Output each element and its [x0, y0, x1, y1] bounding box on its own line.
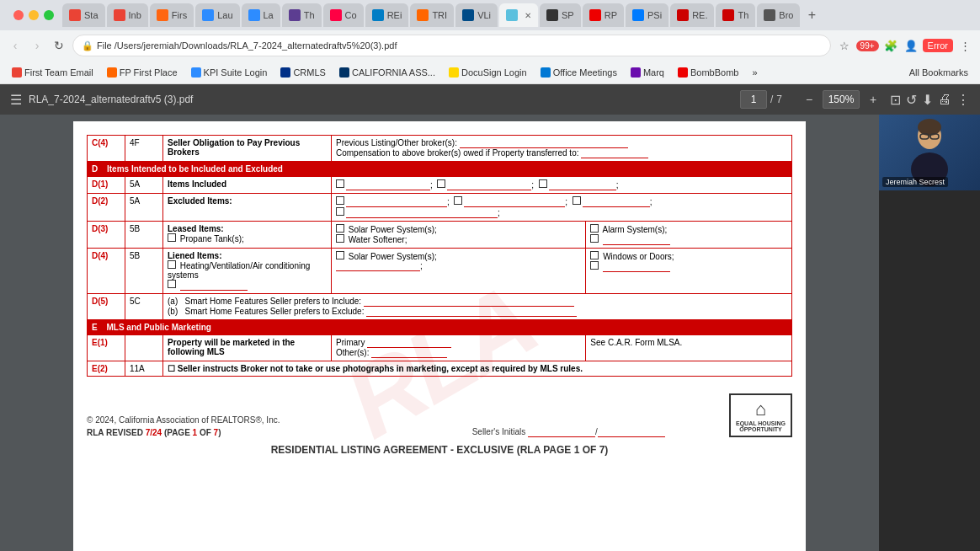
bookmark-favicon [678, 67, 688, 78]
tab-label: TRI [432, 10, 447, 20]
row-content-e2: ☐ Seller instructs Broker not to take or… [163, 361, 792, 377]
pdf-zoom-in-button[interactable]: + [863, 89, 883, 110]
menu-icon[interactable]: ⋮ [956, 37, 973, 54]
tab-favicon [722, 9, 734, 21]
checkbox[interactable] [336, 207, 344, 216]
back-button[interactable]: ‹ [7, 37, 24, 54]
bookmark-icon[interactable]: ☆ [836, 37, 853, 54]
row-content-d4-right: Windows or Doors; [586, 249, 792, 294]
tab-label: Co [345, 10, 357, 20]
tab-favicon [330, 9, 342, 21]
pdf-print-icon[interactable]: 🖨 [938, 92, 951, 107]
initials-line1[interactable] [528, 427, 595, 437]
checkbox[interactable] [336, 179, 344, 188]
tab-label: REi [387, 10, 402, 20]
forward-button[interactable]: › [29, 37, 45, 54]
bookmark-kpi[interactable]: KPI Suite Login [186, 66, 273, 79]
tab-bro[interactable]: Bro [757, 3, 800, 27]
tab-re[interactable]: RE. [670, 3, 714, 27]
pdf-page-separator: / [770, 94, 773, 105]
initials-line2[interactable] [598, 427, 665, 437]
tab-rei[interactable]: REi [365, 3, 409, 27]
row-ref-d5: 5C [125, 294, 163, 320]
tab-inbox[interactable]: Inb [107, 3, 148, 27]
bookmark-more[interactable]: » [747, 66, 762, 79]
checkbox[interactable] [168, 260, 176, 269]
bookmark-docusign[interactable]: DocuSign Login [444, 66, 532, 79]
tab-tri[interactable]: TRI [410, 3, 454, 27]
checkbox[interactable] [539, 179, 547, 188]
row-content-d3-mid: Solar Power System(s); Water Softener; [332, 222, 586, 249]
row-id-d3: D(3) [88, 222, 125, 249]
row-ref-d2: 5A [125, 194, 163, 222]
bookmark-marq[interactable]: Marq [626, 66, 669, 79]
bookmark-label: All Bookmarks [909, 67, 968, 78]
pdf-page-nav: / 7 [740, 90, 782, 109]
bookmark-first-team-email[interactable]: First Team Email [7, 66, 99, 79]
reload-button[interactable]: ↻ [51, 37, 67, 54]
tab-psi[interactable]: PSi [626, 3, 668, 27]
checkbox[interactable] [437, 179, 445, 188]
pdf-more-icon[interactable]: ⋮ [956, 92, 970, 108]
tab-rp[interactable]: RP [583, 3, 624, 27]
tab-zoom1[interactable]: Lau [195, 3, 239, 27]
close-button[interactable] [13, 10, 24, 20]
tab-close-icon[interactable]: ✕ [525, 11, 531, 20]
checkbox[interactable] [336, 234, 344, 243]
pdf-fit-page-icon[interactable]: ⊡ [890, 92, 901, 108]
notification-badge[interactable]: 99+ [856, 40, 879, 51]
bookmark-office-meetings[interactable]: Office Meetings [535, 66, 622, 79]
pdf-zoom-input[interactable] [823, 90, 860, 109]
tab-vli[interactable]: VLi [455, 3, 498, 27]
bookmark-crmls[interactable]: CRMLS [275, 66, 331, 79]
minimize-button[interactable] [29, 10, 39, 20]
checkbox[interactable] [590, 224, 599, 233]
tab-thehive[interactable]: Th [282, 3, 322, 27]
checkbox[interactable] [590, 234, 599, 243]
tab-th[interactable]: Th [716, 3, 755, 27]
pdf-menu-icon[interactable]: ☰ [10, 92, 22, 108]
pdf-title: RLA_7-2024_alternatedraftv5 (3).pdf [29, 94, 733, 105]
tab-first[interactable]: Firs [150, 3, 194, 27]
checkbox[interactable] [590, 261, 599, 270]
profile-icon[interactable]: 👤 [903, 37, 919, 54]
checkbox[interactable] [168, 233, 176, 242]
maximize-button[interactable] [44, 10, 54, 20]
bookmark-bombbomb[interactable]: BombBomb [673, 66, 743, 79]
address-bar[interactable]: 🔒 File /Users/jeremiah/Downloads/RLA_7-2… [72, 35, 831, 56]
checkbox[interactable] [336, 196, 344, 205]
checkbox[interactable] [336, 251, 344, 259]
row-label-c4: Seller Obligation to Pay Previous Broker… [163, 136, 332, 162]
extension-icon[interactable]: 🧩 [882, 37, 899, 54]
checkbox[interactable] [168, 280, 176, 288]
row-id-d1: D(1) [88, 177, 125, 194]
row-content-e1-mid: Primary Other(s): [332, 335, 586, 361]
checkbox[interactable] [590, 251, 599, 259]
pdf-download-icon[interactable]: ⬇ [922, 92, 933, 108]
checkbox[interactable] [573, 196, 581, 205]
tab-active[interactable]: ✕ [499, 3, 538, 27]
navigation-bar: ‹ › ↻ 🔒 File /Users/jeremiah/Downloads/R… [0, 30, 980, 61]
bookmark-label: CALIFORNIA ASS... [352, 67, 435, 78]
pdf-zoom-out-button[interactable]: − [799, 89, 819, 110]
checkbox[interactable] [336, 224, 344, 233]
table-row-d-header: D Items Intended to be Included and Excl… [88, 162, 792, 177]
pdf-page-input[interactable] [740, 90, 767, 109]
error-button[interactable]: Error [923, 39, 953, 52]
bookmark-caa[interactable]: CALIFORNIA ASS... [334, 66, 440, 79]
tab-zoom2[interactable]: La [242, 3, 280, 27]
new-tab-button[interactable]: + [802, 5, 822, 25]
row-id-d5: D(5) [88, 294, 125, 320]
tab-sp[interactable]: SP [540, 3, 581, 27]
row-label-e1: Property will be marketed in the followi… [163, 335, 332, 361]
pdf-zoom-control: − + [799, 89, 883, 110]
browser-window: Sta Inb Firs Lau La Th Co REi [0, 0, 980, 551]
pdf-rotate-icon[interactable]: ↺ [906, 92, 917, 108]
tab-co[interactable]: Co [323, 3, 364, 27]
tab-gmail1[interactable]: Sta [62, 3, 105, 27]
window-controls [7, 10, 61, 20]
bookmark-fp[interactable]: FP First Place [102, 66, 183, 79]
tab-label: Th [304, 10, 315, 20]
checkbox[interactable] [454, 196, 462, 205]
bookmark-all[interactable]: All Bookmarks [904, 66, 973, 79]
